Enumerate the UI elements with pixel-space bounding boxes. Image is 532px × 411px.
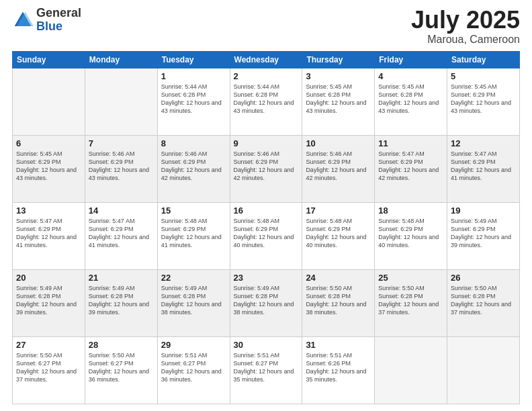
day-info: Sunrise: 5:46 AMSunset: 6:29 PMDaylight:… bbox=[234, 150, 299, 183]
day-number: 25 bbox=[378, 273, 443, 283]
day-info: Sunrise: 5:48 AMSunset: 6:29 PMDaylight:… bbox=[378, 217, 443, 250]
calendar-week-row: 6Sunrise: 5:45 AMSunset: 6:29 PMDaylight… bbox=[13, 135, 520, 202]
day-number: 8 bbox=[161, 138, 226, 148]
col-tuesday: Tuesday bbox=[157, 51, 230, 68]
table-row: 10Sunrise: 5:46 AMSunset: 6:29 PMDayligh… bbox=[302, 135, 375, 202]
day-info: Sunrise: 5:50 AMSunset: 6:27 PMDaylight:… bbox=[89, 351, 154, 384]
day-number: 15 bbox=[161, 205, 226, 216]
table-row: 20Sunrise: 5:49 AMSunset: 6:28 PMDayligh… bbox=[13, 269, 85, 336]
table-row bbox=[13, 68, 85, 135]
day-info: Sunrise: 5:48 AMSunset: 6:29 PMDaylight:… bbox=[306, 217, 371, 250]
day-number: 10 bbox=[306, 138, 371, 148]
calendar-header-row: Sunday Monday Tuesday Wednesday Thursday… bbox=[13, 51, 520, 68]
day-number: 19 bbox=[451, 205, 516, 216]
day-number: 2 bbox=[234, 71, 299, 81]
table-row: 27Sunrise: 5:50 AMSunset: 6:27 PMDayligh… bbox=[13, 336, 85, 404]
day-number: 7 bbox=[89, 138, 154, 148]
day-number: 6 bbox=[16, 138, 81, 148]
table-row: 18Sunrise: 5:48 AMSunset: 6:29 PMDayligh… bbox=[375, 202, 447, 269]
logo-general-text: General bbox=[36, 7, 81, 20]
page: General Blue July 2025 Maroua, Cameroon … bbox=[0, 0, 532, 411]
calendar-table: Sunday Monday Tuesday Wednesday Thursday… bbox=[12, 51, 520, 404]
day-number: 4 bbox=[378, 71, 443, 81]
day-number: 13 bbox=[16, 205, 81, 216]
day-number: 24 bbox=[306, 273, 371, 283]
day-info: Sunrise: 5:44 AMSunset: 6:28 PMDaylight:… bbox=[161, 83, 226, 116]
table-row: 26Sunrise: 5:50 AMSunset: 6:28 PMDayligh… bbox=[447, 269, 520, 336]
day-number: 11 bbox=[378, 138, 443, 148]
logo-text: General Blue bbox=[36, 7, 81, 34]
day-number: 28 bbox=[89, 340, 154, 350]
table-row: 4Sunrise: 5:45 AMSunset: 6:28 PMDaylight… bbox=[375, 68, 447, 135]
table-row bbox=[447, 336, 520, 404]
col-wednesday: Wednesday bbox=[230, 51, 302, 68]
day-number: 31 bbox=[306, 340, 371, 350]
table-row: 29Sunrise: 5:51 AMSunset: 6:27 PMDayligh… bbox=[157, 336, 230, 404]
title-location: Maroua, Cameroon bbox=[411, 34, 520, 46]
header: General Blue July 2025 Maroua, Cameroon bbox=[12, 7, 520, 46]
day-info: Sunrise: 5:47 AMSunset: 6:29 PMDaylight:… bbox=[451, 150, 516, 183]
col-monday: Monday bbox=[85, 51, 157, 68]
day-info: Sunrise: 5:45 AMSunset: 6:28 PMDaylight:… bbox=[378, 83, 443, 116]
day-info: Sunrise: 5:50 AMSunset: 6:27 PMDaylight:… bbox=[16, 351, 81, 384]
table-row: 21Sunrise: 5:49 AMSunset: 6:28 PMDayligh… bbox=[85, 269, 157, 336]
day-info: Sunrise: 5:50 AMSunset: 6:28 PMDaylight:… bbox=[378, 284, 443, 317]
calendar-week-row: 1Sunrise: 5:44 AMSunset: 6:28 PMDaylight… bbox=[13, 68, 520, 135]
day-info: Sunrise: 5:46 AMSunset: 6:29 PMDaylight:… bbox=[161, 150, 226, 183]
day-info: Sunrise: 5:51 AMSunset: 6:26 PMDaylight:… bbox=[306, 351, 371, 384]
day-info: Sunrise: 5:49 AMSunset: 6:28 PMDaylight:… bbox=[161, 284, 226, 317]
table-row: 5Sunrise: 5:45 AMSunset: 6:29 PMDaylight… bbox=[447, 68, 520, 135]
table-row: 19Sunrise: 5:49 AMSunset: 6:29 PMDayligh… bbox=[447, 202, 520, 269]
table-row: 6Sunrise: 5:45 AMSunset: 6:29 PMDaylight… bbox=[13, 135, 85, 202]
day-info: Sunrise: 5:50 AMSunset: 6:28 PMDaylight:… bbox=[451, 284, 516, 317]
day-info: Sunrise: 5:49 AMSunset: 6:28 PMDaylight:… bbox=[16, 284, 81, 317]
day-number: 9 bbox=[234, 138, 299, 148]
day-number: 17 bbox=[306, 205, 371, 216]
day-info: Sunrise: 5:44 AMSunset: 6:28 PMDaylight:… bbox=[234, 83, 299, 116]
table-row: 23Sunrise: 5:49 AMSunset: 6:28 PMDayligh… bbox=[230, 269, 302, 336]
table-row bbox=[85, 68, 157, 135]
day-info: Sunrise: 5:45 AMSunset: 6:29 PMDaylight:… bbox=[16, 150, 81, 183]
day-info: Sunrise: 5:45 AMSunset: 6:29 PMDaylight:… bbox=[451, 83, 516, 116]
table-row: 9Sunrise: 5:46 AMSunset: 6:29 PMDaylight… bbox=[230, 135, 302, 202]
day-number: 20 bbox=[16, 273, 81, 283]
day-info: Sunrise: 5:45 AMSunset: 6:28 PMDaylight:… bbox=[306, 83, 371, 116]
logo-blue-text: Blue bbox=[36, 20, 81, 34]
day-number: 26 bbox=[451, 273, 516, 283]
table-row: 12Sunrise: 5:47 AMSunset: 6:29 PMDayligh… bbox=[447, 135, 520, 202]
table-row: 17Sunrise: 5:48 AMSunset: 6:29 PMDayligh… bbox=[302, 202, 375, 269]
logo-icon bbox=[12, 9, 34, 31]
table-row: 1Sunrise: 5:44 AMSunset: 6:28 PMDaylight… bbox=[157, 68, 230, 135]
col-saturday: Saturday bbox=[447, 51, 520, 68]
col-friday: Friday bbox=[375, 51, 447, 68]
col-sunday: Sunday bbox=[13, 51, 85, 68]
day-number: 18 bbox=[378, 205, 443, 216]
table-row: 22Sunrise: 5:49 AMSunset: 6:28 PMDayligh… bbox=[157, 269, 230, 336]
day-number: 1 bbox=[161, 71, 226, 81]
day-number: 3 bbox=[306, 71, 371, 81]
col-thursday: Thursday bbox=[302, 51, 375, 68]
day-number: 29 bbox=[161, 340, 226, 350]
day-number: 5 bbox=[451, 71, 516, 81]
table-row: 24Sunrise: 5:50 AMSunset: 6:28 PMDayligh… bbox=[302, 269, 375, 336]
table-row: 30Sunrise: 5:51 AMSunset: 6:27 PMDayligh… bbox=[230, 336, 302, 404]
table-row: 28Sunrise: 5:50 AMSunset: 6:27 PMDayligh… bbox=[85, 336, 157, 404]
table-row bbox=[375, 336, 447, 404]
calendar-week-row: 27Sunrise: 5:50 AMSunset: 6:27 PMDayligh… bbox=[13, 336, 520, 404]
table-row: 25Sunrise: 5:50 AMSunset: 6:28 PMDayligh… bbox=[375, 269, 447, 336]
day-info: Sunrise: 5:48 AMSunset: 6:29 PMDaylight:… bbox=[161, 217, 226, 250]
day-number: 21 bbox=[89, 273, 154, 283]
day-info: Sunrise: 5:46 AMSunset: 6:29 PMDaylight:… bbox=[306, 150, 371, 183]
table-row: 8Sunrise: 5:46 AMSunset: 6:29 PMDaylight… bbox=[157, 135, 230, 202]
title-block: July 2025 Maroua, Cameroon bbox=[411, 7, 520, 46]
table-row: 3Sunrise: 5:45 AMSunset: 6:28 PMDaylight… bbox=[302, 68, 375, 135]
table-row: 11Sunrise: 5:47 AMSunset: 6:29 PMDayligh… bbox=[375, 135, 447, 202]
day-number: 12 bbox=[451, 138, 516, 148]
table-row: 7Sunrise: 5:46 AMSunset: 6:29 PMDaylight… bbox=[85, 135, 157, 202]
day-info: Sunrise: 5:47 AMSunset: 6:29 PMDaylight:… bbox=[89, 217, 154, 250]
day-number: 14 bbox=[89, 205, 154, 216]
day-info: Sunrise: 5:49 AMSunset: 6:29 PMDaylight:… bbox=[451, 217, 516, 250]
day-number: 16 bbox=[234, 205, 299, 216]
calendar-week-row: 13Sunrise: 5:47 AMSunset: 6:29 PMDayligh… bbox=[13, 202, 520, 269]
day-info: Sunrise: 5:51 AMSunset: 6:27 PMDaylight:… bbox=[234, 351, 299, 384]
